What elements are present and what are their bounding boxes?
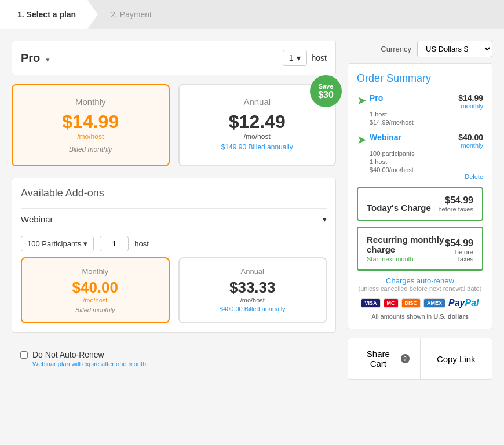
webinar-item-price: $40.00	[458, 133, 483, 142]
amounts-note: All amounts shown in U.S. dollars	[357, 313, 483, 320]
webinar-controls: 100 Participants ▾ host	[21, 236, 327, 251]
webinar-item-detail2: 1 host	[370, 158, 483, 165]
pro-item-detail1: 1 host	[370, 111, 483, 118]
annual-plan-billed: $149.90 Billed annually	[191, 143, 324, 151]
plan-title[interactable]: Pro ▾	[21, 52, 49, 65]
recurring-charge-amount: $54.99	[445, 238, 473, 249]
webinar-addon-name: Webinar	[21, 214, 53, 224]
monthly-plan-per-host: /mo/host	[24, 133, 157, 141]
visa-icon: VISA	[361, 298, 380, 308]
monthly-plan-billing: Billed monthly	[24, 145, 157, 154]
webinar-monthly-price: $40.00	[31, 279, 160, 297]
order-item-webinar: ➤ Webinar $40.00 monthly 100 participant…	[357, 133, 483, 180]
pro-item-detail2: $14.99/mo/host	[370, 119, 483, 126]
webinar-addon-header[interactable]: Webinar ▾	[21, 208, 327, 230]
host-quantity-select[interactable]: 1 ▾	[283, 50, 307, 66]
bottom-buttons: Share Cart ? Copy Link	[348, 338, 492, 380]
share-cart-button[interactable]: Share Cart ?	[348, 338, 421, 379]
auto-renew-notice-subtitle: (unless cancelled before next renewal da…	[357, 285, 483, 292]
auto-renew-notice: Charges auto-renew (unless cancelled bef…	[357, 276, 483, 292]
webinar-item-period: monthly	[458, 142, 483, 149]
webinar-annual-per-host: /mo/host	[188, 297, 317, 304]
todays-charge-taxes: before taxes	[438, 206, 473, 213]
webinar-qty-input[interactable]	[100, 236, 129, 251]
monthly-plan-price: $14.99	[24, 111, 157, 133]
webinar-monthly-per-host: /mo/host	[31, 297, 160, 304]
copy-link-button[interactable]: Copy Link	[421, 338, 492, 379]
pro-item-period: monthly	[458, 103, 483, 110]
todays-charge-amount: $54.99	[438, 195, 473, 206]
webinar-item-detail3: $40.00/mo/host	[370, 166, 483, 173]
webinar-monthly-card[interactable]: Monthly $40.00 /mo/host Billed monthly	[21, 257, 170, 323]
step1[interactable]: 1. Select a plan	[0, 0, 87, 29]
breadcrumb: 1. Select a plan 2. Payment	[0, 0, 504, 29]
auto-renew-checkbox[interactable]	[20, 351, 28, 359]
addons-title: Available Add-ons	[21, 187, 327, 199]
webinar-arrow-icon: ➤	[357, 133, 367, 147]
annual-plan-per-host: /mo/host	[191, 133, 324, 141]
step2-label: 2. Payment	[111, 10, 152, 19]
webinar-annual-billed: $400.00 Billed annually	[188, 305, 317, 312]
monthly-plan-card[interactable]: Monthly $14.99 /mo/host Billed monthly	[12, 84, 170, 166]
host-selector: 1 ▾ host	[283, 50, 327, 66]
todays-charge-box: Today's Charge $54.99 before taxes	[357, 187, 483, 221]
currency-row: Currency US Dollars $	[348, 41, 492, 57]
chevron-down-icon: ▾	[323, 215, 327, 224]
right-panel: Currency US Dollars $ Order Summary ➤ Pr…	[348, 41, 492, 380]
pro-arrow-icon: ➤	[357, 93, 367, 107]
host-label: host	[312, 53, 327, 63]
webinar-monthly-billing: Billed monthly	[31, 307, 160, 313]
auto-renew-section: Do Not Auto-Renew Webinar plan will expi…	[12, 341, 336, 376]
order-item-pro: ➤ Pro $14.99 monthly 1 host $14.99/mo/ho…	[357, 93, 483, 126]
currency-label: Currency	[381, 45, 411, 53]
order-summary-title: Order Summary	[357, 72, 483, 85]
addons-section: Available Add-ons Webinar ▾ 100 Particip…	[12, 178, 336, 333]
monthly-plan-type: Monthly	[24, 97, 157, 107]
step1-label: 1. Select a plan	[17, 10, 76, 19]
recurring-charge-label: Recurring monthly charge	[367, 235, 445, 254]
payment-icons: VISA MC DISC AMEX PayPal	[357, 298, 483, 308]
recurring-charge-sublabel: Start next month	[367, 256, 445, 262]
webinar-annual-card[interactable]: Annual $33.33 /mo/host $400.00 Billed an…	[178, 257, 327, 323]
discover-icon: DISC	[401, 298, 421, 308]
webinar-delete-link[interactable]: Delete	[465, 173, 483, 180]
webinar-annual-price: $33.33	[188, 279, 317, 297]
save-badge: Save $30	[310, 75, 342, 107]
help-icon: ?	[401, 354, 410, 363]
plan-header: Pro ▾ 1 ▾ host	[12, 41, 336, 75]
webinar-item-name: Webinar	[370, 133, 401, 142]
recurring-charge-taxes: before taxes	[445, 249, 473, 262]
recurring-charge-box: Recurring monthly charge Start next mont…	[357, 227, 483, 271]
annual-plan-price: $12.49	[191, 111, 324, 133]
webinar-item-detail1: 100 participants	[370, 150, 483, 157]
auto-renew-label: Do Not Auto-Renew	[32, 350, 146, 359]
webinar-monthly-type: Monthly	[31, 267, 160, 276]
plan-dropdown-arrow: ▾	[46, 56, 49, 64]
participants-select[interactable]: 100 Participants ▾	[21, 236, 94, 251]
todays-charge-label: Today's Charge	[367, 203, 431, 213]
annual-plan-type: Annual	[191, 97, 324, 107]
left-panel: Pro ▾ 1 ▾ host Monthly $14.99 /mo/host B…	[12, 41, 336, 380]
pro-item-price: $14.99	[458, 93, 483, 103]
auto-renew-notice-title: Charges auto-renew	[357, 276, 483, 285]
plan-cards: Monthly $14.99 /mo/host Billed monthly A…	[12, 84, 336, 166]
webinar-host-label: host	[134, 239, 149, 248]
webinar-annual-type: Annual	[188, 267, 317, 276]
order-summary: Order Summary ➤ Pro $14.99 monthly 1 hos…	[348, 63, 492, 329]
auto-renew-subtext: Webinar plan will expire after one month	[32, 360, 146, 367]
mastercard-icon: MC	[384, 298, 399, 308]
webinar-addon-cards: Monthly $40.00 /mo/host Billed monthly A…	[21, 257, 327, 323]
paypal-logo: PayPal	[448, 298, 479, 308]
step2[interactable]: 2. Payment	[87, 0, 163, 29]
pro-item-name: Pro	[370, 93, 383, 103]
main-content: Pro ▾ 1 ▾ host Monthly $14.99 /mo/host B…	[0, 29, 504, 391]
currency-select[interactable]: US Dollars $	[417, 41, 492, 57]
amex-icon: AMEX	[423, 298, 445, 308]
